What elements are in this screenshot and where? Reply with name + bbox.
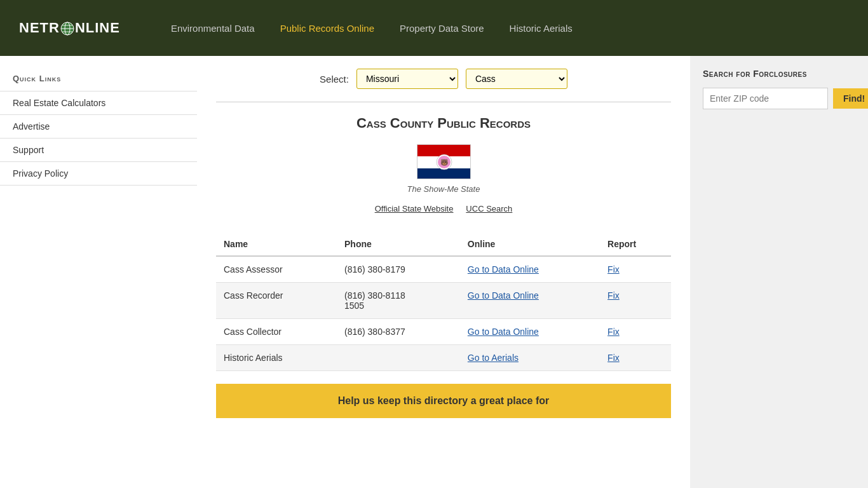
- zip-input[interactable]: [703, 88, 828, 109]
- site-header: NETR NLINE Environmental Data Public Rec…: [0, 0, 868, 56]
- col-header-name: Name: [216, 233, 337, 256]
- report-link[interactable]: Fix: [607, 290, 620, 301]
- quick-links-header: Quick Links: [0, 69, 197, 91]
- row-online: Go to Data Online: [460, 256, 600, 283]
- table-row: Cass Collector(816) 380-8377Go to Data O…: [216, 319, 671, 345]
- yellow-banner-text: Help us keep this directory a great plac…: [338, 395, 550, 406]
- row-name: Cass Assessor: [216, 256, 337, 283]
- row-name: Historic Aerials: [216, 345, 337, 371]
- row-phone: (816) 380-8377: [337, 319, 460, 345]
- ucc-search-link[interactable]: UCC Search: [466, 204, 512, 214]
- row-online: Go to Data Online: [460, 283, 600, 319]
- table-row: Cass Assessor(816) 380-8179Go to Data On…: [216, 256, 671, 283]
- site-logo[interactable]: NETR NLINE: [19, 20, 120, 36]
- foreclosure-title: Search for Forclosures: [703, 69, 855, 79]
- right-sidebar: Search for Forclosures Find!: [690, 56, 868, 488]
- divider: [216, 102, 671, 102]
- svg-rect-10: [417, 156, 428, 168]
- official-state-website-link[interactable]: Official State Website: [375, 204, 454, 214]
- online-link[interactable]: Go to Data Online: [468, 264, 539, 274]
- nav-environmental[interactable]: Environmental Data: [171, 23, 255, 34]
- find-button[interactable]: Find!: [833, 88, 868, 109]
- county-title: Cass County Public Records: [216, 115, 671, 132]
- row-name: Cass Recorder: [216, 283, 337, 319]
- zip-row: Find!: [703, 88, 855, 109]
- row-report: Fix: [600, 345, 671, 371]
- state-flag: 🐻: [417, 144, 471, 179]
- col-header-report: Report: [600, 233, 671, 256]
- county-select[interactable]: Cass Adair Andrew: [466, 69, 567, 89]
- online-link[interactable]: Go to Data Online: [468, 327, 539, 337]
- records-table: Name Phone Online Report Cass Assessor(8…: [216, 233, 671, 371]
- main-content: Select: Missouri Alabama Alaska Arizona …: [197, 56, 690, 488]
- row-phone: (816) 380-8179: [337, 256, 460, 283]
- table-row: Cass Recorder(816) 380-8118 1505Go to Da…: [216, 283, 671, 319]
- report-link[interactable]: Fix: [607, 264, 620, 274]
- report-link[interactable]: Fix: [607, 327, 620, 337]
- sidebar-item-support[interactable]: Support: [0, 138, 197, 161]
- yellow-banner: Help us keep this directory a great plac…: [216, 384, 671, 418]
- row-phone: (816) 380-8118 1505: [337, 283, 460, 319]
- select-label: Select:: [320, 74, 349, 85]
- row-report: Fix: [600, 283, 671, 319]
- row-online: Go to Aerials: [460, 345, 600, 371]
- nav-public-records[interactable]: Public Records Online: [280, 23, 374, 34]
- nav-historic-aerials[interactable]: Historic Aerials: [510, 23, 573, 34]
- main-nav: Environmental Data Public Records Online…: [171, 23, 573, 34]
- online-link[interactable]: Go to Data Online: [468, 290, 539, 301]
- report-link[interactable]: Fix: [607, 353, 620, 363]
- sidebar-item-real-estate[interactable]: Real Estate Calculators: [0, 91, 197, 114]
- state-select[interactable]: Missouri Alabama Alaska Arizona: [356, 69, 458, 89]
- sidebar-item-privacy[interactable]: Privacy Policy: [0, 161, 197, 186]
- select-row: Select: Missouri Alabama Alaska Arizona …: [216, 69, 671, 89]
- row-report: Fix: [600, 319, 671, 345]
- sidebar-item-advertise[interactable]: Advertise: [0, 114, 197, 138]
- svg-rect-11: [417, 168, 428, 179]
- state-links: Official State Website UCC Search: [216, 203, 671, 214]
- row-name: Cass Collector: [216, 319, 337, 345]
- svg-rect-9: [417, 145, 428, 156]
- table-row: Historic AerialsGo to AerialsFix: [216, 345, 671, 371]
- svg-text:🐻: 🐻: [440, 158, 449, 166]
- state-nickname: The Show-Me State: [216, 184, 671, 194]
- row-report: Fix: [600, 256, 671, 283]
- main-container: Quick Links Real Estate Calculators Adve…: [0, 56, 868, 488]
- nav-property-data[interactable]: Property Data Store: [400, 23, 484, 34]
- col-header-online: Online: [460, 233, 600, 256]
- sidebar: Quick Links Real Estate Calculators Adve…: [0, 56, 197, 488]
- col-header-phone: Phone: [337, 233, 460, 256]
- row-online: Go to Data Online: [460, 319, 600, 345]
- county-section: Cass County Public Records 🐻: [216, 115, 671, 214]
- row-phone: [337, 345, 460, 371]
- online-link[interactable]: Go to Aerials: [468, 353, 519, 363]
